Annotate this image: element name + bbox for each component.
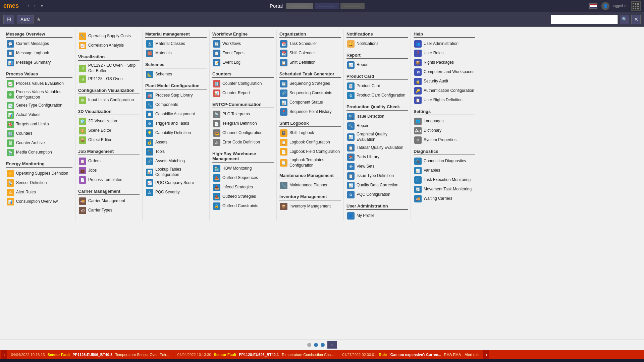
item-capability-def[interactable]: 💡 Capability Definition [145,128,207,138]
item-outfeed-sequences[interactable]: 📤 Outfeed Sequences [212,173,274,183]
item-process-step-lib[interactable]: 🏭 Process Step Library [145,91,207,100]
item-sensor-def[interactable]: 📡 Sensor Definition [6,178,72,188]
item-seq-constraints[interactable]: 🔗 Sequencing Constraints [279,88,341,98]
item-connection-diagnostics[interactable]: 🔌 Connection Diagnostics [414,157,475,166]
item-pqc-severity[interactable]: ⚠ PQC Severity [145,188,207,197]
item-scene-editor[interactable]: 🎨 Scene Editor [78,126,140,135]
item-movement-task-monitoring[interactable]: 🔄 Movement Task Monitoring [414,185,475,194]
item-counters[interactable]: 🔢 Counters [6,129,72,138]
item-infeed-strategies[interactable]: 📥 Infeed Strategies [212,183,274,192]
item-seq-strategies[interactable]: 🔄 Sequencing Strategies [279,79,341,88]
item-user-roles[interactable]: ❓ User Roles [414,49,475,58]
nav-arrows[interactable]: ‹ › ▾ [25,3,45,9]
item-op-supply-costs[interactable]: 🔧 Operating Supply Costs [78,32,140,41]
item-outfeed-constraints[interactable]: 🔒 Outfeed Constraints [212,201,274,211]
item-seq-point-history[interactable]: 📍 Sequence Point History [279,107,341,117]
item-user-administration[interactable]: 👥 User Administration [414,39,475,49]
item-system-properties[interactable]: ⚙ System Properties [414,135,475,145]
search-button[interactable]: 🔍 [620,15,629,24]
portal-tab-2[interactable]: ────── [315,3,339,9]
item-rights-packages[interactable]: 📦 Rights Packages [414,58,475,67]
item-outfeed-strategies[interactable]: 📤 Outfeed Strategies [212,192,274,201]
nav-dropdown-btn[interactable]: ▾ [39,3,45,9]
item-components[interactable]: 🔧 Components [145,100,207,110]
item-task-exec-monitoring[interactable]: ⏱ Task Execution Monitoring [414,175,475,185]
item-repair[interactable]: 🔧 Repair [346,121,408,131]
item-channel-config[interactable]: 📻 Channel Configuration [212,128,274,138]
item-logbook-field-config[interactable]: 📄 Logbook Field Configuration [279,147,341,157]
item-consumption-overview[interactable]: 📊 Consumption Overview [6,197,72,206]
item-shift-calendar[interactable]: 📆 Shift Calendar [279,49,341,58]
item-logbook-config[interactable]: 📋 Logbook Configuration [279,138,341,147]
item-computers-workspaces[interactable]: 🖥 Computers and Workspaces [414,67,475,77]
item-inventory-mgmt[interactable]: 📦 Inventory Management [279,202,341,211]
item-correlation-analysis[interactable]: 📈 Correlation Analysis [78,41,140,50]
page-dot-2[interactable] [314,343,318,347]
item-capability-assignment[interactable]: 📋 Capability Assignment [145,110,207,119]
item-event-types[interactable]: 📋 Event Types [212,49,274,58]
star-btn[interactable]: ★ [36,16,41,22]
item-user-rights-def[interactable]: 📋 User Rights Definition [414,96,475,105]
item-current-messages[interactable]: 💬 Current Messages [6,39,72,49]
item-carrier-mgmt[interactable]: 🚚 Carrier Management [78,196,140,206]
item-pqc-config[interactable]: ⚙ PQC Configuration [346,190,408,199]
statusbar-prev[interactable]: ‹ [1,350,7,359]
search-input[interactable] [551,15,618,24]
item-orders[interactable]: 📋 Orders [78,157,140,166]
item-counter-archive[interactable]: 🗄 Counter Archive [6,138,72,148]
item-telegram-def[interactable]: 📄 Telegram Definition [212,119,274,128]
item-auth-config[interactable]: 🔑 Authentication Configuration [414,86,475,96]
item-quality-data-correction[interactable]: 📊 Quality Data Correction [346,181,408,190]
item-maintenance-planner[interactable]: 🔧 Maintenance Planner [279,181,341,190]
item-task-scheduler[interactable]: 📅 Task Scheduler [279,39,341,49]
item-tabular-quality-eval[interactable]: 📋 Tabular Quality Evaluation [346,143,408,153]
nav-next-btn[interactable]: › [32,3,38,9]
item-lookup-tables[interactable]: 📊 Lookup Tables Configuration [145,166,207,178]
item-object-editor[interactable]: 📦 Object Editor [78,135,140,145]
item-media-consumption[interactable]: 📡 Media Consumption [6,148,72,157]
item-notifications[interactable]: 🔔 Notifications [346,39,408,49]
item-waiting-carriers[interactable]: 🚚 Waiting Carriers [414,194,475,203]
item-logbook-templates[interactable]: 📑 Logbook Templates Configuration [279,157,341,169]
item-tools[interactable]: 🔨 Tools [145,147,207,157]
page-next-btn[interactable]: › [327,341,337,349]
close-button[interactable]: ✕ [631,15,641,24]
item-counter-report[interactable]: 📊 Counter Report [212,88,274,98]
item-message-summary[interactable]: 📊 Message Summary [6,58,72,67]
item-product-card-config[interactable]: ⚙ Product Card Configuration [346,91,408,100]
item-pv-variables[interactable]: ⚙ Process Values Variables Configuration [6,88,72,101]
item-dictionary[interactable]: Aa Dictionary [414,126,475,135]
item-shift-logbook[interactable]: 📓 Shift Logbook [279,128,341,138]
item-carrier-types[interactable]: 🏷 Carrier Types [78,206,140,215]
item-assets-matching[interactable]: 🔗 Assets Matching [145,157,207,166]
item-jobs[interactable]: 💼 Jobs [78,166,140,175]
item-materials[interactable]: 🧱 Materials [145,49,207,58]
portal-tab-3[interactable]: ────── [340,3,365,9]
item-product-card[interactable]: 🃏 Product Card [346,81,408,91]
item-actual-values[interactable]: 📊 Actual Values [6,110,72,120]
item-targets-limits[interactable]: 🎯 Targets and Limits [6,120,72,129]
item-counter-config[interactable]: 🔢 Counter Configuration [212,79,274,88]
statusbar-next[interactable]: › [484,350,489,359]
item-parts-library[interactable]: 📚 Parts Library [346,153,408,162]
item-report[interactable]: 📊 Report [346,60,408,70]
item-security-audit[interactable]: 🔒 Security Audit [414,77,475,86]
item-3d-viz[interactable]: 🧊 3D Visualization [78,117,140,126]
item-message-logbook[interactable]: 📋 Message Logbook [6,49,72,58]
item-alert-rules[interactable]: ⚠ Alert Rules [6,188,72,197]
item-input-limits[interactable]: ⚙ Input Limits Configuration [78,96,140,105]
page-dot-3[interactable] [321,343,325,347]
item-variables[interactable]: 📊 Variables [414,166,475,175]
item-hbw-monitoring[interactable]: 🏪 HBW Monitoring [212,164,274,173]
system-grid-icon[interactable] [631,1,641,11]
item-pqc-company-score[interactable]: 📈 PQC Company Score [145,178,207,188]
portal-tab-1[interactable]: ─────── [286,3,313,9]
item-issue-type-def[interactable]: 📋 Issue Type Definition [346,171,408,181]
item-schemes[interactable]: 📐 Schemes [145,70,207,79]
item-error-code-def[interactable]: ⚠ Error Code Definition [212,138,274,147]
item-issue-detection[interactable]: 🔍 Issue Detection [346,112,408,121]
item-process-values-eval[interactable]: 📈 Process Values Evaluation [6,79,72,88]
item-series-type[interactable]: 📉 Series Type Configuration [6,101,72,110]
item-view-sets[interactable]: 👁 View Sets [346,162,408,171]
nav-prev-btn[interactable]: ‹ [25,3,31,9]
